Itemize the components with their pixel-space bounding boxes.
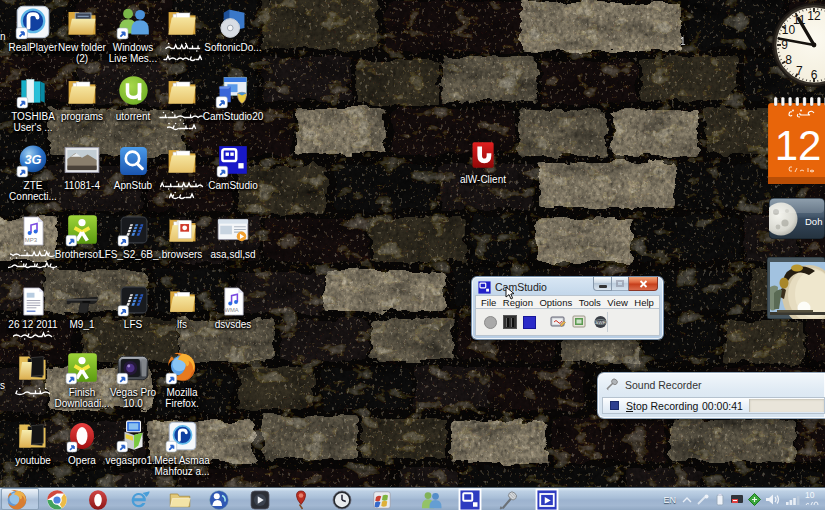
svg-text:3G: 3G xyxy=(24,152,41,167)
svg-text:SWF: SWF xyxy=(596,320,606,325)
svg-text:7: 7 xyxy=(796,64,803,78)
svg-text:12: 12 xyxy=(807,9,821,23)
svg-text:6: 6 xyxy=(811,68,818,82)
svg-text:WMA: WMA xyxy=(224,307,238,313)
svg-text:Doh: Doh xyxy=(805,216,822,227)
svg-text:8: 8 xyxy=(785,53,792,67)
svg-text:MP3: MP3 xyxy=(25,237,38,243)
svg-text:12: 12 xyxy=(775,122,822,169)
